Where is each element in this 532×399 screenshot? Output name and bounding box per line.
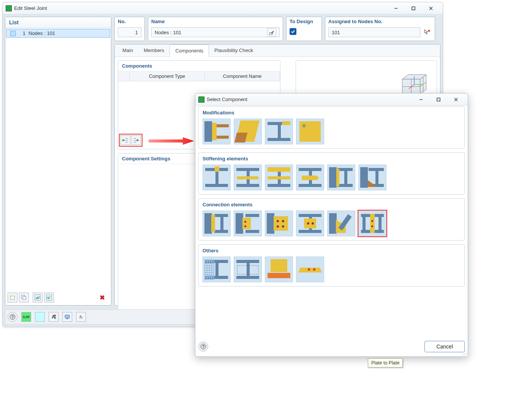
svg-rect-35	[65, 315, 70, 318]
category-modifications: Modifications	[198, 106, 465, 149]
component-thumb[interactable]	[203, 256, 231, 282]
svg-marker-19	[149, 137, 194, 145]
component-thumb[interactable]	[327, 211, 355, 236]
close-button[interactable]	[447, 94, 465, 105]
svg-rect-14	[125, 140, 128, 141]
name-field[interactable]: Nodes : 101	[151, 27, 280, 37]
maximize-button[interactable]	[405, 3, 422, 14]
delete-item-button[interactable]: ✖	[97, 293, 107, 302]
components-table-header: Component Type Component Name	[118, 71, 280, 81]
category-title: Connection elements	[199, 199, 464, 211]
select-component-dialog: Select Component Modifications	[195, 93, 468, 357]
component-thumb-plate-to-plate[interactable]	[358, 211, 386, 236]
no-label: No.	[115, 17, 144, 26]
resize-grip-icon[interactable]	[462, 350, 467, 356]
todesign-checkbox[interactable]	[290, 28, 296, 35]
no-group: No. 1	[114, 17, 145, 41]
category-title: Modifications	[199, 107, 464, 119]
svg-rect-17	[134, 142, 136, 143]
new-item-button[interactable]	[8, 293, 17, 302]
name-label: Name	[148, 17, 283, 26]
component-thumb[interactable]	[296, 119, 324, 144]
svg-rect-38	[437, 98, 440, 101]
component-thumb[interactable]	[234, 211, 262, 236]
component-thumb[interactable]	[203, 165, 231, 190]
component-thumb[interactable]	[296, 211, 324, 236]
main-title: Edit Steel Joint	[14, 5, 47, 11]
display-button[interactable]	[62, 312, 72, 322]
component-thumb[interactable]	[265, 165, 293, 190]
svg-rect-4	[11, 296, 14, 299]
svg-point-47	[464, 354, 465, 355]
annotation-arrow-icon	[149, 137, 194, 145]
component-thumb[interactable]	[265, 211, 293, 236]
cancel-button[interactable]: Cancel	[424, 341, 465, 352]
list-item-text: Nodes : 101	[28, 30, 55, 36]
help-button[interactable]: ?	[8, 312, 17, 322]
select-footer: ? Cancel	[198, 340, 465, 353]
font-color-button[interactable]: A	[49, 312, 59, 322]
minimize-button[interactable]	[412, 94, 430, 105]
list-color-swatch	[10, 31, 16, 36]
main-titlebar[interactable]: Edit Steel Joint	[3, 2, 443, 14]
component-thumb[interactable]	[265, 119, 293, 144]
pick-nodes-button[interactable]	[423, 28, 432, 36]
svg-rect-7	[23, 296, 26, 299]
select-title: Select Component	[207, 97, 247, 102]
list-item[interactable]: 1 Nodes : 101	[6, 29, 110, 38]
category-others: Others	[198, 244, 465, 287]
todesign-label: To Design	[287, 17, 321, 26]
refresh-check-button[interactable]	[44, 293, 54, 302]
assigned-nodes-field[interactable]: 101	[328, 27, 420, 37]
tab-strip: Main Members Components Plausibility Che…	[115, 44, 440, 57]
minimize-button[interactable]	[387, 3, 405, 14]
component-thumb[interactable]	[296, 256, 324, 282]
close-button[interactable]	[422, 3, 440, 14]
color-button[interactable]	[35, 312, 45, 322]
svg-point-46	[462, 354, 463, 355]
select-titlebar[interactable]: Select Component	[195, 93, 468, 106]
component-thumb[interactable]	[203, 119, 231, 144]
svg-rect-15	[125, 142, 128, 143]
col-name: Component Name	[205, 71, 280, 81]
list-header: List	[5, 17, 111, 28]
name-group: Name Nodes : 101	[148, 17, 283, 41]
component-thumb[interactable]	[234, 119, 262, 144]
maximize-button[interactable]	[430, 94, 447, 105]
insert-component-button[interactable]	[131, 135, 141, 145]
category-title: Stiffening elements	[199, 153, 464, 165]
no-field[interactable]: 1	[118, 27, 141, 37]
app-icon	[198, 97, 204, 103]
tab-main[interactable]: Main	[117, 44, 138, 57]
svg-point-48	[466, 354, 466, 355]
svg-rect-16	[134, 138, 136, 139]
svg-rect-13	[125, 138, 128, 139]
component-thumb[interactable]	[203, 211, 231, 236]
svg-point-45	[466, 353, 466, 353]
list-panel: List 1 Nodes : 101 ✖	[5, 17, 111, 306]
add-component-button[interactable]	[120, 135, 130, 145]
app-icon	[6, 5, 12, 11]
help-button[interactable]: ?	[198, 342, 208, 352]
category-stiffening: Stiffening elements	[198, 152, 465, 195]
todesign-group: To Design	[286, 17, 322, 41]
tab-members[interactable]: Members	[138, 44, 169, 57]
component-thumb[interactable]	[327, 165, 355, 190]
col-type: Component Type	[130, 71, 205, 81]
edit-name-button[interactable]	[267, 28, 276, 36]
component-thumb[interactable]	[234, 256, 262, 282]
copy-item-button[interactable]	[19, 293, 29, 302]
component-thumb[interactable]	[296, 165, 324, 190]
svg-rect-18	[134, 140, 136, 141]
component-thumb[interactable]	[234, 165, 262, 190]
units-button[interactable]: 0,00	[21, 312, 31, 322]
tab-plausibility[interactable]: Plausibility Check	[209, 44, 258, 57]
component-thumb[interactable]	[265, 256, 293, 282]
svg-rect-34	[54, 317, 56, 319]
fx-button[interactable]: fx	[76, 312, 86, 322]
tab-components[interactable]: Components	[169, 44, 209, 57]
assigned-label: Assigned to Nodes No.	[325, 17, 435, 26]
component-thumb[interactable]	[358, 165, 386, 190]
svg-point-43	[466, 351, 466, 352]
check-all-button[interactable]	[33, 293, 43, 302]
